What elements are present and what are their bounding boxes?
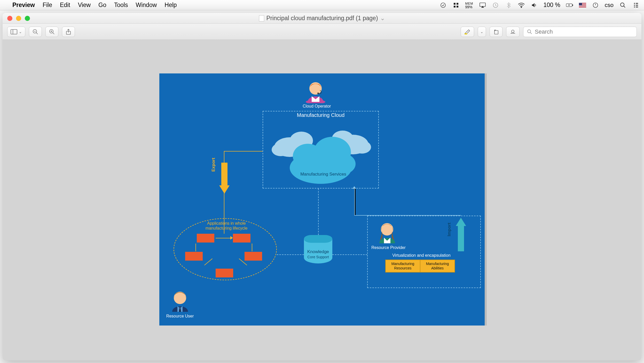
svg-rect-3 <box>454 6 455 7</box>
connector-line <box>195 244 196 251</box>
svg-point-36 <box>528 30 531 33</box>
cloud-manufacturing-diagram: Cloud Operator Manufacturing Cloud <box>159 73 485 326</box>
svg-rect-13 <box>579 5 586 6</box>
svg-point-17 <box>621 3 624 6</box>
svg-rect-34 <box>494 31 498 34</box>
zoom-out-button[interactable] <box>29 27 42 37</box>
process-box <box>185 252 203 261</box>
rotate-button[interactable] <box>490 27 502 37</box>
volume-icon[interactable] <box>531 2 538 9</box>
chevron-down-icon: ⌄ <box>480 30 483 34</box>
svg-rect-2 <box>457 3 458 5</box>
menu-file[interactable]: File <box>43 2 52 9</box>
import-arrow-icon <box>456 218 466 251</box>
menu-window[interactable]: Window <box>136 2 157 9</box>
highlight-button[interactable] <box>461 27 474 37</box>
menu-extras-icon[interactable] <box>632 2 639 9</box>
svg-point-0 <box>441 3 445 7</box>
menu-go[interactable]: Go <box>98 2 106 9</box>
menu-tools[interactable]: Tools <box>114 2 128 9</box>
search-field[interactable] <box>523 27 637 37</box>
process-box <box>245 252 262 261</box>
spotlight-icon[interactable] <box>619 2 626 9</box>
sidebar-toggle-button[interactable]: ⌄ <box>7 27 25 37</box>
search-input[interactable] <box>535 28 633 35</box>
search-icon <box>527 29 532 34</box>
connector-line <box>354 215 461 216</box>
svg-rect-24 <box>11 29 17 34</box>
dashed-connector <box>318 188 319 235</box>
svg-rect-4 <box>457 6 458 7</box>
chevron-down-icon: ⌄ <box>19 30 22 34</box>
svg-point-20 <box>634 6 635 7</box>
arrow-icon <box>230 236 233 240</box>
manufacturing-cloud-label: Manufacturing Cloud <box>291 112 350 118</box>
window-titlebar: Principal cloud manufacturing.pdf (1 pag… <box>3 13 641 24</box>
menu-view[interactable]: View <box>78 2 91 9</box>
mfg-abilities-cell: ManufacturingAbilities <box>420 260 455 272</box>
svg-point-50 <box>330 154 356 174</box>
pdf-page: Cloud Operator Manufacturing Cloud <box>159 73 485 326</box>
flag-us-icon[interactable] <box>579 2 586 9</box>
resource-user-icon <box>169 288 190 311</box>
fullscreen-window-button[interactable] <box>25 16 30 21</box>
svg-rect-21 <box>636 3 638 4</box>
arrow-icon <box>352 186 356 189</box>
highlight-dropdown-button[interactable]: ⌄ <box>478 27 486 37</box>
battery-percent: 100 % <box>544 2 560 9</box>
svg-rect-1 <box>454 3 455 5</box>
virtualization-label: Virtualization and encapsulation <box>387 253 456 258</box>
process-box <box>216 269 233 277</box>
checkmark-circle-icon[interactable] <box>439 2 447 9</box>
svg-rect-22 <box>636 5 638 5</box>
close-window-button[interactable] <box>7 16 12 21</box>
grid-icon[interactable] <box>452 2 460 9</box>
resource-provider-label: Resource Provider <box>370 245 407 250</box>
svg-point-19 <box>634 5 635 6</box>
connector-line <box>354 188 356 216</box>
virtualization-table: ManufacturingResources ManufacturingAbil… <box>385 260 455 273</box>
process-box <box>197 234 214 243</box>
process-box <box>233 234 250 243</box>
airplay-icon[interactable] <box>479 2 486 9</box>
app-menu[interactable]: Preview <box>12 2 35 9</box>
markup-button[interactable] <box>506 27 520 37</box>
wifi-icon[interactable] <box>518 2 525 9</box>
svg-point-18 <box>634 3 635 4</box>
cloud-operator-icon <box>304 79 325 102</box>
knowledge-label: Knowledge Core Support <box>303 249 334 260</box>
document-viewport[interactable]: Cloud Operator Manufacturing Cloud <box>3 40 641 360</box>
mem-value: 99% <box>465 5 473 9</box>
title-chevron-icon[interactable]: ⌄ <box>380 15 385 22</box>
preview-window: Principal cloud manufacturing.pdf (1 pag… <box>3 13 641 360</box>
document-icon <box>259 15 264 21</box>
timemachine-icon[interactable] <box>492 2 499 9</box>
bluetooth-icon[interactable] <box>505 2 512 9</box>
svg-rect-23 <box>636 6 638 7</box>
svg-line-27 <box>36 33 38 34</box>
mfg-resources-cell: ManufacturingResources <box>386 260 420 272</box>
preview-toolbar: ⌄ ⌄ <box>3 24 641 40</box>
dashed-connector <box>332 254 367 255</box>
zoom-in-button[interactable] <box>45 27 58 37</box>
user-menu[interactable]: cso <box>605 2 614 9</box>
memory-indicator[interactable]: MEM 99% <box>465 2 473 9</box>
svg-point-40 <box>317 93 319 94</box>
svg-point-7 <box>521 7 522 7</box>
svg-rect-9 <box>572 4 573 5</box>
svg-point-39 <box>309 82 322 95</box>
export-arrow-icon <box>219 163 230 194</box>
connector-line <box>216 238 231 238</box>
menu-edit[interactable]: Edit <box>60 2 70 9</box>
sync-icon[interactable] <box>592 2 599 9</box>
svg-point-35 <box>512 30 514 33</box>
battery-charging-icon[interactable] <box>566 2 573 9</box>
import-label: Import <box>447 231 452 236</box>
menu-help[interactable]: Help <box>164 2 177 9</box>
minimize-window-button[interactable] <box>16 16 21 21</box>
window-title: Principal cloud manufacturing.pdf (1 pag… <box>266 15 378 22</box>
share-button[interactable] <box>62 27 75 37</box>
resource-user-label: Resource User <box>164 314 195 319</box>
svg-point-51 <box>381 223 393 236</box>
resource-provider-icon <box>376 220 397 243</box>
